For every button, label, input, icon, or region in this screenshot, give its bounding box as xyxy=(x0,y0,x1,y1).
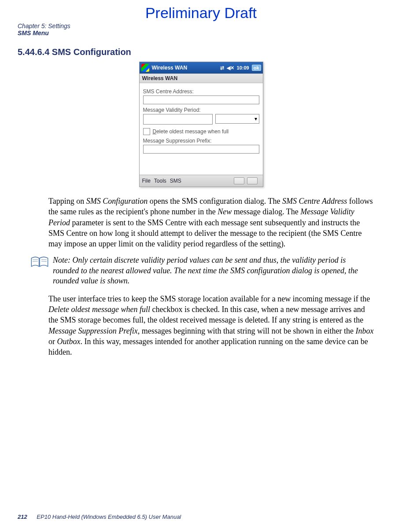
section-label: SMS Menu xyxy=(18,29,384,37)
app-title: Wireless WAN xyxy=(152,65,220,71)
manual-title: EP10 Hand-Held (Windows Embedded 6.5) Us… xyxy=(37,514,181,520)
sms-centre-label: SMS Centre Address: xyxy=(143,88,259,95)
sms-centre-input[interactable] xyxy=(143,95,259,104)
form-area: SMS Centre Address: Message Validity Per… xyxy=(140,83,263,175)
page-number: 212 xyxy=(18,514,27,520)
connectivity-icon[interactable]: ⇄ xyxy=(220,65,224,71)
menu-bar: File Tools SMS xyxy=(140,175,263,187)
paragraph-1: Tapping on SMS Configuration opens the S… xyxy=(18,196,384,249)
start-flag-icon[interactable] xyxy=(141,64,149,72)
paragraph-2: The user interface tries to keep the SMS… xyxy=(18,294,384,358)
note-label: Note: xyxy=(53,256,70,264)
note-block: Note: Only certain discrete validity per… xyxy=(18,255,384,286)
menu-tools[interactable]: Tools xyxy=(154,178,166,184)
book-icon xyxy=(31,256,51,286)
preliminary-draft-header: Preliminary Draft xyxy=(18,4,384,22)
delete-oldest-checkbox[interactable] xyxy=(143,128,150,135)
validity-label: Message Validity Period: xyxy=(143,107,259,113)
section-heading: 5.44.6.4 SMS Configuration xyxy=(18,47,384,57)
page-footer: 212 EP10 Hand-Held (Windows Embedded 6.5… xyxy=(18,514,181,520)
suppression-input[interactable] xyxy=(143,145,259,154)
embedded-screenshot: Wireless WAN ⇄ ◀✕ 10:09 ok Wireless WAN … xyxy=(18,62,384,187)
window-subheader: Wireless WAN xyxy=(140,73,263,83)
chapter-label: Chapter 5: Settings xyxy=(18,22,384,29)
keyboard-icon[interactable] xyxy=(234,177,244,184)
ok-button[interactable]: ok xyxy=(252,65,261,71)
menu-file[interactable]: File xyxy=(142,178,151,184)
window-titlebar: Wireless WAN ⇄ ◀✕ 10:09 ok xyxy=(140,62,263,73)
chevron-down-icon: ▾ xyxy=(254,116,257,122)
validity-unit-dropdown[interactable]: ▾ xyxy=(215,114,259,124)
validity-value-input[interactable] xyxy=(143,114,213,125)
delete-oldest-label: Delete oldest message when full xyxy=(153,128,229,135)
clock-time: 10:09 xyxy=(237,65,249,70)
suppression-label: Message Suppression Prefix: xyxy=(143,138,259,144)
device-window: Wireless WAN ⇄ ◀✕ 10:09 ok Wireless WAN … xyxy=(139,62,263,187)
sip-icon[interactable] xyxy=(247,177,258,184)
volume-icon[interactable]: ◀✕ xyxy=(227,65,234,71)
menu-sms[interactable]: SMS xyxy=(170,178,181,184)
